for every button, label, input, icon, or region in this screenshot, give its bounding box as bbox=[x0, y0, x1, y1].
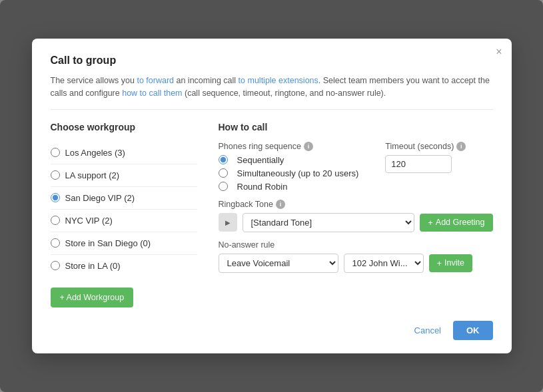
right-panel: How to call Phones ring sequence i Seque… bbox=[219, 122, 493, 307]
workgroup-label-1: LA support (2) bbox=[65, 170, 120, 180]
timeout-info-icon[interactable]: i bbox=[456, 142, 466, 151]
ringback-tone-label: Ringback Tone i bbox=[219, 200, 493, 209]
workgroup-radio-0[interactable] bbox=[51, 148, 60, 157]
plus-icon: + bbox=[428, 218, 433, 228]
play-button[interactable]: ▶ bbox=[219, 213, 237, 232]
ring-sequence-label: Phones ring sequence i bbox=[219, 142, 359, 151]
multiple-extensions-link[interactable]: to multiple extensions bbox=[239, 76, 318, 85]
list-item[interactable]: San Diego VIP (2) bbox=[51, 187, 197, 210]
how-to-call-link[interactable]: how to call them bbox=[122, 89, 182, 98]
ring-option-simultaneous[interactable]: Simultaneously (up to 20 users) bbox=[219, 168, 359, 178]
dialog-body: Choose workgroup Los Angeles (3) LA supp… bbox=[51, 122, 493, 307]
ring-radio-simultaneous[interactable] bbox=[219, 168, 228, 178]
list-item[interactable]: NYC VIP (2) bbox=[51, 210, 197, 232]
add-workgroup-button[interactable]: + Add Workgroup bbox=[51, 288, 134, 307]
forward-link[interactable]: to forward bbox=[137, 76, 174, 85]
workgroup-label-4: Store in San Diego (0) bbox=[65, 238, 151, 248]
extension-select[interactable]: 102 John Wi... bbox=[344, 254, 424, 273]
ringback-tone-row: Ringback Tone i ▶ [Standard Tone] + Add … bbox=[219, 200, 493, 232]
add-greeting-button[interactable]: + Add Greeting bbox=[420, 214, 492, 232]
ring-option-roundrobin[interactable]: Round Robin bbox=[219, 182, 359, 192]
ringback-controls: ▶ [Standard Tone] + Add Greeting bbox=[219, 213, 493, 232]
plus-icon-invite: + bbox=[437, 258, 442, 268]
ring-sequence-group: Phones ring sequence i Sequentially Simu… bbox=[219, 142, 359, 192]
ring-options: Sequentially Simultaneously (up to 20 us… bbox=[219, 155, 359, 192]
timeout-label: Timeout (seconds) i bbox=[385, 142, 466, 151]
left-panel: Choose workgroup Los Angeles (3) LA supp… bbox=[51, 122, 197, 307]
workgroup-radio-2[interactable] bbox=[51, 193, 60, 202]
ring-option-sequential[interactable]: Sequentially bbox=[219, 155, 359, 165]
workgroup-label-0: Los Angeles (3) bbox=[65, 148, 125, 158]
no-answer-label: No-answer rule bbox=[219, 240, 493, 250]
timeout-input[interactable] bbox=[385, 155, 452, 173]
ring-radio-sequential[interactable] bbox=[219, 155, 228, 164]
invite-button[interactable]: + Invite bbox=[429, 254, 472, 272]
list-item[interactable]: Store in LA (0) bbox=[51, 255, 197, 277]
workgroup-label-3: NYC VIP (2) bbox=[65, 216, 113, 226]
workgroup-label-2: San Diego VIP (2) bbox=[65, 193, 135, 203]
dialog: × Call to group The service allows you t… bbox=[32, 39, 512, 353]
ring-radio-roundrobin[interactable] bbox=[219, 182, 228, 191]
tone-select[interactable]: [Standard Tone] bbox=[243, 213, 415, 232]
workgroup-radio-5[interactable] bbox=[51, 261, 60, 270]
workgroup-radio-1[interactable] bbox=[51, 170, 60, 180]
dialog-description: The service allows you to forward an inc… bbox=[51, 75, 493, 110]
no-answer-controls: Leave Voicemail 102 John Wi... + Invite bbox=[219, 254, 493, 273]
workgroup-section-title: Choose workgroup bbox=[51, 122, 197, 132]
dialog-overlay: × Call to group The service allows you t… bbox=[0, 0, 543, 392]
workgroup-label-5: Store in LA (0) bbox=[65, 261, 121, 271]
ringback-info-icon[interactable]: i bbox=[276, 200, 285, 209]
no-answer-select[interactable]: Leave Voicemail bbox=[219, 254, 338, 273]
list-item[interactable]: Los Angeles (3) bbox=[51, 142, 197, 164]
ring-sequence-row: Phones ring sequence i Sequentially Simu… bbox=[219, 142, 493, 192]
ok-button[interactable]: OK bbox=[453, 321, 493, 340]
workgroup-radio-3[interactable] bbox=[51, 216, 60, 225]
workgroup-list: Los Angeles (3) LA support (2) San Diego… bbox=[51, 142, 197, 277]
how-to-call-title: How to call bbox=[219, 122, 493, 132]
timeout-group: Timeout (seconds) i bbox=[385, 142, 466, 192]
cancel-button[interactable]: Cancel bbox=[409, 321, 446, 339]
no-answer-row: No-answer rule Leave Voicemail 102 John … bbox=[219, 240, 493, 273]
dialog-footer: Cancel OK bbox=[51, 321, 493, 340]
list-item[interactable]: Store in San Diego (0) bbox=[51, 232, 197, 255]
list-item[interactable]: LA support (2) bbox=[51, 164, 197, 187]
workgroup-radio-4[interactable] bbox=[51, 238, 60, 248]
close-button[interactable]: × bbox=[496, 47, 502, 57]
dialog-title: Call to group bbox=[51, 55, 493, 67]
ring-sequence-info-icon[interactable]: i bbox=[304, 142, 313, 151]
